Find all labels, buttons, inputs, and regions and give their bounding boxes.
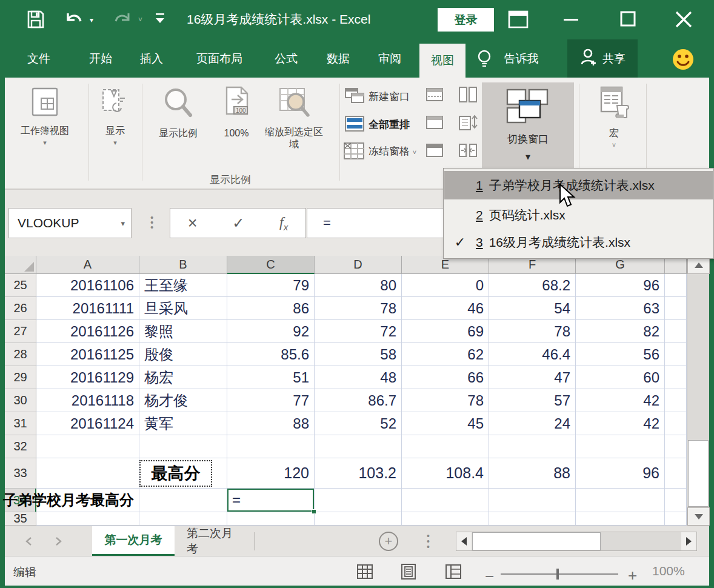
maximize-button[interactable]: [616, 8, 640, 32]
zoom-in-button[interactable]: +: [628, 566, 637, 585]
cell-G25[interactable]: 96: [576, 274, 665, 297]
freeze-panes-button[interactable]: 冻结窗格 ˅: [369, 144, 416, 158]
sheet-tab-first[interactable]: 第一次月考: [92, 526, 175, 556]
cell-G34[interactable]: [576, 489, 665, 512]
cell-H35[interactable]: [665, 512, 687, 526]
horizontal-scrollbar-thumb[interactable]: [472, 532, 601, 550]
cell-H27[interactable]: [665, 320, 687, 343]
customize-qat-icon[interactable]: [155, 12, 165, 28]
row-header-33[interactable]: 33: [5, 458, 36, 489]
zoom-out-button[interactable]: −: [485, 567, 494, 586]
cell-A27[interactable]: 20161126: [36, 320, 139, 343]
tab-data[interactable]: 数据: [320, 39, 356, 78]
tab-tell-me[interactable]: 告诉我: [496, 39, 547, 78]
zoom-slider-thumb[interactable]: [556, 569, 559, 580]
normal-view-icon[interactable]: [356, 564, 373, 580]
sheet-nav-right-icon[interactable]: [53, 536, 63, 549]
cell-G33[interactable]: 96: [576, 458, 665, 489]
cell-E34[interactable]: [402, 489, 489, 512]
redo-dropdown-caret[interactable]: ˅: [138, 16, 142, 24]
cell-F30[interactable]: 57: [489, 389, 576, 412]
row-header-35[interactable]: 35: [5, 512, 36, 526]
cell-C31[interactable]: 88: [227, 412, 315, 435]
cell-B26[interactable]: 旦采风: [139, 297, 227, 320]
tab-home[interactable]: 开始: [82, 39, 119, 78]
cell-E31[interactable]: 45: [402, 412, 489, 435]
row-header-30[interactable]: 30: [5, 389, 36, 412]
new-sheet-button[interactable]: +: [379, 532, 398, 551]
view-side-by-side-icon[interactable]: [458, 86, 478, 105]
page-break-preview-icon[interactable]: [445, 564, 462, 580]
cell-G26[interactable]: 63: [576, 297, 665, 320]
cell-D27[interactable]: 72: [315, 320, 402, 343]
column-header-B[interactable]: B: [139, 256, 227, 274]
name-box-dropdown-caret[interactable]: ▾: [121, 219, 125, 228]
cell-F26[interactable]: 54: [489, 297, 576, 320]
workbook-views-button[interactable]: 工作簿视图 ▾: [7, 85, 82, 147]
vertical-scrollbar-thumb[interactable]: [688, 440, 709, 507]
hscroll-right-button[interactable]: [681, 532, 696, 550]
cell-D30[interactable]: 86.7: [315, 389, 402, 412]
undo-icon[interactable]: [63, 10, 85, 32]
cell-B28[interactable]: 殷俊: [139, 343, 227, 366]
switch-windows-button[interactable]: 切换窗口 ▾: [482, 82, 574, 170]
page-layout-view-icon[interactable]: [400, 564, 417, 580]
cell-E30[interactable]: 78: [402, 389, 489, 412]
zoom-to-selection-button[interactable]: 缩放到选定区域: [264, 85, 324, 150]
cell-G35[interactable]: [576, 512, 665, 526]
cell-A28[interactable]: 20161125: [36, 343, 139, 366]
cell-C27[interactable]: 92: [227, 320, 315, 343]
cell-C26[interactable]: 86: [227, 297, 315, 320]
close-button[interactable]: [670, 8, 697, 33]
cell-D34[interactable]: [315, 489, 402, 512]
cell-C32[interactable]: [227, 435, 315, 458]
cell-C33[interactable]: 120: [227, 458, 315, 489]
row-header-32[interactable]: 32: [5, 435, 36, 458]
insert-function-icon[interactable]: fx: [279, 214, 288, 232]
cell-C28[interactable]: 85.6: [227, 343, 315, 366]
column-header-D[interactable]: D: [315, 256, 402, 274]
cell-H33[interactable]: [665, 458, 687, 489]
smiley-face-icon[interactable]: [672, 48, 695, 74]
macros-button[interactable]: 宏 ˅: [587, 85, 641, 149]
row-header-29[interactable]: 29: [5, 366, 36, 389]
cell-D31[interactable]: 52: [315, 412, 402, 435]
tab-insert[interactable]: 插入: [133, 39, 170, 78]
scroll-down-button[interactable]: [687, 507, 710, 526]
cell-F28[interactable]: 46.4: [489, 343, 576, 366]
cell-A32[interactable]: [36, 435, 139, 458]
cell-B27[interactable]: 黎照: [139, 320, 227, 343]
zoom-100-button[interactable]: 100 100%: [211, 85, 262, 139]
cell-B33[interactable]: 最高分: [139, 458, 227, 489]
cell-F27[interactable]: 78: [489, 320, 576, 343]
cell-H32[interactable]: [665, 435, 687, 458]
save-icon[interactable]: [27, 10, 45, 32]
share-button[interactable]: 共享: [567, 39, 638, 78]
vertical-scrollbar[interactable]: [687, 256, 709, 526]
select-all-button[interactable]: [5, 256, 36, 274]
cell-E32[interactable]: [402, 435, 489, 458]
tab-review[interactable]: 审阅: [371, 39, 409, 78]
menu-item-workbook-1[interactable]: 1 子弟学校月考成绩统计表.xlsx: [444, 171, 713, 199]
cell-B32[interactable]: [139, 435, 227, 458]
new-window-button[interactable]: 新建窗口: [369, 90, 410, 104]
cell-C25[interactable]: 79: [227, 274, 315, 297]
unhide-window-icon[interactable]: [425, 143, 444, 161]
cell-D35[interactable]: [315, 512, 402, 526]
cell-F31[interactable]: 24: [489, 412, 576, 435]
ribbon-display-options-icon[interactable]: [508, 10, 529, 32]
tab-formulas[interactable]: 公式: [268, 39, 304, 78]
cell-C29[interactable]: 51: [227, 366, 315, 389]
show-button[interactable]: 显示 ▾: [91, 85, 139, 147]
redo-icon[interactable]: [112, 10, 133, 32]
tab-file[interactable]: 文件: [21, 39, 57, 78]
cell-H30[interactable]: [665, 389, 687, 412]
cell-D26[interactable]: 78: [315, 297, 402, 320]
row-header-26[interactable]: 26: [5, 297, 36, 320]
cell-A35[interactable]: [36, 512, 139, 526]
zoom-button[interactable]: 显示比例: [148, 85, 209, 139]
minimize-button[interactable]: [559, 8, 583, 32]
cell-A25[interactable]: 20161106: [36, 274, 139, 297]
cell-E35[interactable]: [402, 512, 489, 526]
menu-item-workbook-2[interactable]: 2 页码统计.xlsx: [444, 202, 713, 228]
